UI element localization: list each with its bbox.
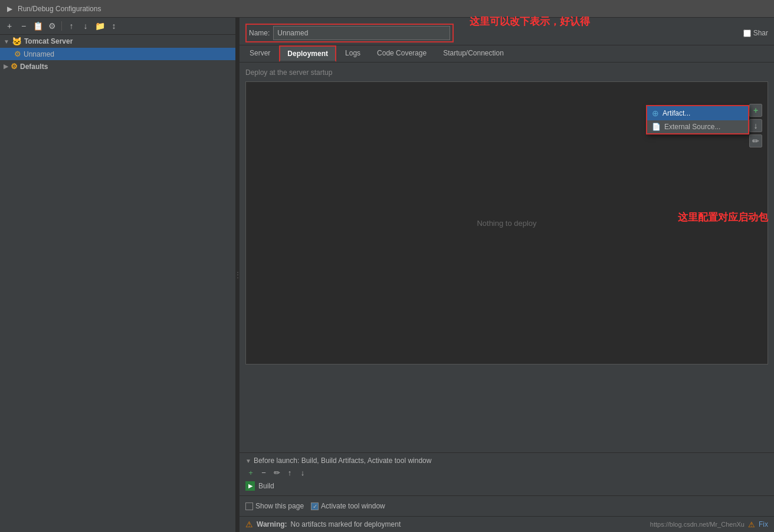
fix-link-area: https://blog.csdn.net/Mr_ChenXu ⚠ Fix: [650, 520, 768, 529]
build-icon: ▶: [245, 481, 255, 491]
deploy-section-label: Deploy at the server startup: [245, 68, 768, 77]
folder-button[interactable]: 📁: [94, 20, 106, 32]
deploy-down-button[interactable]: ↓: [749, 119, 762, 132]
right-panel: Name: Shar 这里可以改下表示，好认得 Server Deploymen…: [240, 18, 774, 532]
bl-down-button[interactable]: ↓: [297, 467, 308, 478]
share-label: Shar: [753, 29, 768, 37]
before-launch-section: ▼ Before launch: Build, Build Artifacts,…: [240, 452, 774, 495]
tomcat-group-label: Tomcat Server: [24, 37, 73, 45]
tree-item-defaults[interactable]: ▶ ⚙ Defaults: [0, 60, 235, 73]
deploy-add-button[interactable]: +: [749, 104, 762, 117]
options-row: Show this page ✓ Activate tool window: [240, 495, 774, 516]
defaults-arrow-icon: ▶: [4, 63, 8, 70]
tree-item-unnamed[interactable]: ⚙ Unnamed: [0, 48, 235, 60]
defaults-icon: ⚙: [11, 62, 18, 71]
fix-icon: ⚠: [748, 520, 755, 529]
tab-server[interactable]: Server: [242, 45, 278, 62]
share-checkbox[interactable]: [743, 29, 751, 37]
warning-message: No artifacts marked for deployment: [291, 520, 401, 528]
external-source-icon: 📄: [652, 123, 661, 131]
bl-up-button[interactable]: ↑: [284, 467, 295, 478]
left-panel: + − 📋 ⚙ ↑ ↓ 📁 ↕ ▼ 🐱 Tomcat Server ⚙ Unna…: [0, 18, 236, 532]
tomcat-arrow-icon: ▼: [4, 38, 9, 45]
bl-remove-button[interactable]: −: [258, 467, 269, 478]
defaults-label: Defaults: [20, 63, 48, 71]
settings-button[interactable]: ⚙: [46, 20, 58, 32]
tomcat-icon: 🐱: [12, 37, 22, 46]
tab-code-coverage[interactable]: Code Coverage: [369, 45, 434, 62]
unnamed-icon: ⚙: [14, 50, 21, 58]
external-source-label: External Source...: [664, 123, 720, 131]
tab-logs[interactable]: Logs: [337, 45, 368, 62]
main-container: + − 📋 ⚙ ↑ ↓ 📁 ↕ ▼ 🐱 Tomcat Server ⚙ Unna…: [0, 18, 774, 532]
nothing-deploy-label: Nothing to deploy: [477, 219, 536, 228]
dropdown-item-artifact[interactable]: ⊕ Artifact...: [647, 106, 748, 120]
show-page-checkbox[interactable]: [245, 503, 253, 510]
artifact-label: Artifact...: [663, 109, 690, 117]
before-launch-arrow-icon: ▼: [245, 458, 251, 464]
add-config-button[interactable]: +: [4, 20, 15, 32]
build-item: ▶ Build: [245, 480, 768, 492]
name-input[interactable]: [273, 26, 450, 40]
config-tree: ▼ 🐱 Tomcat Server ⚙ Unnamed ▶ ⚙ Defaults: [0, 35, 235, 532]
fix-link[interactable]: Fix: [759, 520, 768, 528]
warning-bar: ⚠ Warning: No artifacts marked for deplo…: [240, 516, 774, 532]
content-area: Deploy at the server startup Nothing to …: [240, 63, 774, 452]
bl-edit-button[interactable]: ✏: [271, 467, 282, 478]
move-up-button[interactable]: ↑: [65, 20, 77, 32]
show-page-checkbox-item[interactable]: Show this page: [245, 502, 304, 510]
deploy-actions: + ↓ ✏: [749, 104, 762, 147]
title-bar: ▶ Run/Debug Configurations: [0, 0, 774, 18]
activate-tool-window-label: Activate tool window: [321, 502, 385, 510]
dropdown-item-external-source[interactable]: 📄 External Source...: [647, 120, 748, 133]
copy-config-button[interactable]: 📋: [32, 20, 44, 32]
before-launch-header: ▼ Before launch: Build, Build Artifacts,…: [245, 457, 768, 465]
activate-tool-window-checkbox[interactable]: ✓: [311, 503, 319, 510]
title-text: Run/Debug Configurations: [18, 5, 101, 13]
left-toolbar: + − 📋 ⚙ ↑ ↓ 📁 ↕: [0, 18, 235, 35]
artifact-dropdown: ⊕ Artifact... 📄 External Source...: [646, 105, 749, 134]
options-checkboxes: Show this page ✓ Activate tool window: [245, 498, 768, 514]
deploy-edit-button[interactable]: ✏: [749, 134, 762, 147]
tab-deployment[interactable]: Deployment: [279, 45, 336, 62]
activate-tool-window-checkbox-item[interactable]: ✓ Activate tool window: [311, 502, 385, 510]
name-field-label: Name:: [249, 29, 270, 37]
move-down-button[interactable]: ↓: [80, 20, 91, 32]
unnamed-label: Unnamed: [24, 50, 54, 58]
sort-button[interactable]: ↕: [108, 20, 120, 32]
bl-add-button[interactable]: +: [245, 467, 256, 478]
warning-icon: ⚠: [245, 520, 253, 529]
tabs-row: Server Deployment Logs Code Coverage Sta…: [240, 45, 774, 63]
toolbar-separator: [61, 21, 62, 31]
url-text: https://blog.csdn.net/Mr_ChenXu: [650, 521, 745, 528]
build-item-label: Build: [258, 482, 274, 490]
title-icon: ▶: [5, 4, 14, 14]
show-page-label: Show this page: [255, 502, 304, 510]
warning-bold: Warning:: [257, 520, 287, 528]
remove-config-button[interactable]: −: [18, 20, 29, 32]
artifact-icon: ⊕: [652, 109, 659, 118]
tree-item-tomcat-group[interactable]: ▼ 🐱 Tomcat Server: [0, 35, 235, 48]
tab-startup[interactable]: Startup/Connection: [435, 45, 511, 62]
before-launch-actions: + − ✏ ↑ ↓: [245, 467, 768, 478]
before-launch-label: Before launch: Build, Build Artifacts, A…: [254, 457, 432, 465]
